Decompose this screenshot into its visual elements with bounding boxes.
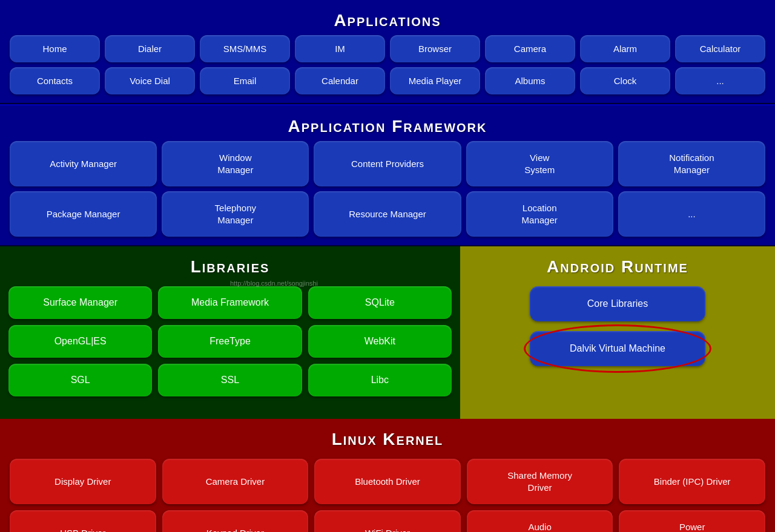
lib-libc[interactable]: Libc	[308, 364, 452, 396]
app-calculator[interactable]: Calculator	[675, 35, 765, 62]
app-row-2: Contacts Voice Dial Email Calendar Media…	[10, 67, 765, 94]
kernel-keypad-driver[interactable]: Keypad Driver	[162, 510, 309, 532]
lib-sqlite[interactable]: SQLite	[308, 286, 452, 319]
fw-activity-manager[interactable]: Activity Manager	[10, 141, 157, 186]
lib-surface-manager[interactable]: Surface Manager	[8, 286, 152, 319]
lib-sgl[interactable]: SGL	[8, 364, 152, 396]
fw-view-system[interactable]: ViewSystem	[466, 141, 613, 186]
middle-row: Libraries http://blog.csdn.net/songjinsh…	[0, 246, 775, 419]
app-dialer[interactable]: Dialer	[105, 35, 195, 62]
kernel-camera-driver[interactable]: Camera Driver	[162, 459, 309, 504]
framework-row-1: Activity Manager WindowManager Content P…	[10, 141, 765, 186]
framework-title: Application Framework	[10, 111, 765, 141]
app-im[interactable]: IM	[295, 35, 385, 62]
fw-content-providers[interactable]: Content Providers	[314, 141, 461, 186]
app-calendar[interactable]: Calendar	[295, 67, 385, 94]
app-voicedial[interactable]: Voice Dial	[105, 67, 195, 94]
android-runtime-title: Android Runtime	[547, 251, 688, 281]
fw-window-manager[interactable]: WindowManager	[162, 141, 309, 186]
fw-package-manager[interactable]: Package Manager	[10, 191, 157, 237]
runtime-grid: Core Libraries Dalvik Virtual Machine	[470, 286, 765, 366]
kernel-display-driver[interactable]: Display Driver	[10, 459, 156, 504]
lib-ssl[interactable]: SSL	[158, 364, 302, 396]
libraries-section: Libraries http://blog.csdn.net/songjinsh…	[0, 246, 460, 419]
lib-freetype[interactable]: FreeType	[158, 325, 302, 358]
app-email[interactable]: Email	[200, 67, 290, 94]
kernel-title: Linux Kernel	[10, 424, 765, 454]
libraries-title: Libraries	[8, 251, 452, 281]
fw-location-manager[interactable]: LocationManager	[466, 191, 613, 237]
applications-title: Applications	[10, 5, 765, 35]
lib-webkit[interactable]: WebKit	[308, 325, 452, 358]
app-clock[interactable]: Clock	[580, 67, 670, 94]
kernel-bluetooth-driver[interactable]: Bluetooth Driver	[314, 459, 461, 504]
libraries-grid: Surface Manager Media Framework SQLite O…	[8, 286, 452, 396]
app-mediaplayer[interactable]: Media Player	[390, 67, 480, 94]
kernel-power-management[interactable]: PowerManagement	[619, 510, 765, 532]
kernel-usb-driver[interactable]: USB Driver	[10, 510, 156, 532]
kernel-binder-ipc-driver[interactable]: Binder (IPC) Driver	[619, 459, 765, 504]
framework-row-2: Package Manager TelephonyManager Resourc…	[10, 191, 765, 237]
kernel-row-1: Display Driver Camera Driver Bluetooth D…	[10, 459, 765, 504]
fw-telephony-manager[interactable]: TelephonyManager	[162, 191, 309, 237]
app-contacts[interactable]: Contacts	[10, 67, 100, 94]
kernel-audio-drivers[interactable]: AudioDrivers	[467, 510, 613, 532]
app-home[interactable]: Home	[10, 35, 100, 62]
app-more[interactable]: ...	[675, 67, 765, 94]
app-browser[interactable]: Browser	[390, 35, 480, 62]
fw-more[interactable]: ...	[618, 191, 765, 237]
runtime-dalvik[interactable]: Dalvik Virtual Machine	[530, 331, 705, 366]
fw-notification-manager[interactable]: NotificationManager	[618, 141, 765, 186]
android-runtime-section: Android Runtime Core Libraries Dalvik Vi…	[460, 246, 775, 419]
dalvik-wrapper: Dalvik Virtual Machine	[524, 331, 711, 366]
app-smsmms[interactable]: SMS/MMS	[200, 35, 290, 62]
app-albums[interactable]: Albums	[485, 67, 575, 94]
lib-media-framework[interactable]: Media Framework	[158, 286, 302, 319]
app-alarm[interactable]: Alarm	[580, 35, 670, 62]
app-row-1: Home Dialer SMS/MMS IM Browser Camera Al…	[10, 35, 765, 62]
lib-opengl-es[interactable]: OpenGL|ES	[8, 325, 152, 358]
kernel-wifi-driver[interactable]: WiFi Driver	[314, 510, 461, 532]
framework-section: Application Framework Activity Manager W…	[0, 104, 775, 246]
applications-section: Applications Home Dialer SMS/MMS IM Brow…	[0, 0, 775, 104]
kernel-section: Linux Kernel Display Driver Camera Drive…	[0, 419, 775, 532]
app-camera[interactable]: Camera	[485, 35, 575, 62]
runtime-core-libraries[interactable]: Core Libraries	[530, 286, 705, 321]
fw-resource-manager[interactable]: Resource Manager	[314, 191, 461, 237]
kernel-row-2: USB Driver Keypad Driver WiFi Driver Aud…	[10, 510, 765, 532]
kernel-shared-memory-driver[interactable]: Shared MemoryDriver	[467, 459, 613, 504]
